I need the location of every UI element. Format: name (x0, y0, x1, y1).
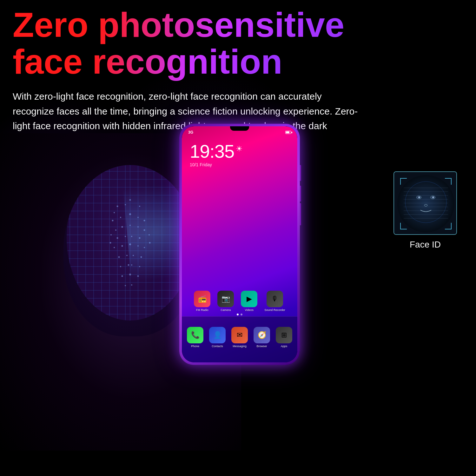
browser-label: Browser (256, 345, 267, 348)
messaging-icon: ✉ (231, 327, 248, 343)
battery-icon (285, 131, 291, 134)
svg-point-61 (129, 243, 131, 245)
face-area: 3G 19:35☀ 10/1 Fr (0, 133, 476, 476)
apps-label: Apps (281, 345, 288, 348)
time-value: 19:35 (190, 141, 234, 162)
svg-point-62 (137, 245, 139, 247)
page-dots (182, 314, 297, 315)
app-recorder[interactable]: 🎙 Sound Recorder (264, 291, 285, 312)
contacts-label: Contacts (212, 345, 223, 348)
phone-outer: 3G 19:35☀ 10/1 Fr (179, 124, 300, 365)
svg-point-41 (125, 204, 126, 205)
face-id-svg (394, 172, 457, 235)
svg-point-51 (122, 226, 123, 228)
title-line2: face recognition (13, 43, 463, 80)
face-id-container: Face ID (393, 171, 457, 250)
time-display: 19:35☀ (190, 142, 242, 161)
title-photosensitive: photosensitive (98, 5, 344, 44)
phone-screen: 3G 19:35☀ 10/1 Fr (182, 126, 297, 362)
apps-icon: ⊞ (276, 327, 292, 343)
app-icons-row1: 📻 FM Radio 📷 Camera ▶ Videos (182, 291, 297, 312)
page: Zero photosensitive face recognition Wit… (0, 0, 476, 476)
svg-point-80 (149, 242, 151, 244)
svg-point-57 (131, 236, 132, 237)
title-face: face (13, 42, 92, 81)
time-date: 10/1 Friday (190, 162, 242, 167)
volume-up-button[interactable] (300, 165, 301, 181)
dot-2 (241, 314, 242, 315)
videos-icon: ▶ (241, 291, 257, 307)
browser-icon: 🧭 (254, 327, 270, 343)
svg-point-67 (141, 256, 142, 258)
svg-point-68 (120, 266, 121, 267)
recorder-icon: 🎙 (267, 291, 283, 307)
svg-point-64 (118, 256, 120, 258)
phone-icon: 📞 (187, 327, 203, 343)
svg-point-75 (125, 285, 126, 286)
dot-1 (237, 314, 239, 315)
svg-point-58 (139, 237, 141, 239)
svg-point-47 (129, 213, 131, 215)
svg-point-65 (126, 255, 128, 256)
face-id-inner (394, 172, 456, 234)
camera-icon: 📷 (217, 291, 234, 307)
network-status: 3G (188, 130, 193, 135)
app-phone[interactable]: 📞 Phone (187, 327, 203, 348)
svg-point-70 (131, 264, 132, 266)
svg-point-42 (114, 212, 115, 213)
svg-point-43 (129, 199, 131, 201)
face-id-box (393, 171, 457, 235)
svg-point-69 (128, 264, 129, 266)
svg-point-71 (139, 266, 140, 267)
svg-point-66 (133, 255, 134, 256)
svg-point-60 (122, 245, 123, 247)
phone-inner: 3G 19:35☀ 10/1 Fr (182, 126, 297, 362)
svg-point-46 (120, 217, 121, 218)
svg-point-74 (137, 275, 139, 277)
svg-point-49 (144, 220, 145, 221)
svg-point-40 (117, 206, 118, 207)
svg-point-72 (122, 275, 123, 277)
svg-point-77 (110, 234, 112, 235)
power-button[interactable] (300, 203, 301, 225)
fm-radio-label: FM Radio (196, 308, 208, 312)
svg-point-48 (137, 217, 139, 218)
recorder-label: Sound Recorder (264, 308, 285, 312)
svg-point-76 (131, 284, 132, 286)
svg-point-82 (397, 175, 454, 232)
app-apps[interactable]: ⊞ Apps (276, 327, 292, 348)
svg-point-96 (432, 196, 434, 198)
app-browser[interactable]: 🧭 Browser (254, 327, 270, 348)
weather-icon: ☀ (236, 144, 242, 153)
main-title: Zero photosensitive face recognition (13, 6, 463, 80)
contacts-icon: 👤 (209, 327, 226, 343)
svg-point-54 (144, 229, 145, 231)
app-messaging[interactable]: ✉ Messaging (231, 327, 248, 348)
svg-point-50 (115, 229, 116, 231)
phone-mockup: 3G 19:35☀ 10/1 Fr (179, 124, 300, 365)
svg-point-78 (149, 234, 150, 235)
svg-point-52 (129, 225, 131, 226)
app-videos[interactable]: ▶ Videos (241, 291, 257, 312)
screen-time: 19:35☀ 10/1 Friday (190, 142, 242, 167)
svg-point-73 (129, 274, 131, 275)
volume-down-button[interactable] (300, 186, 301, 202)
camera-label: Camera (221, 308, 231, 312)
svg-point-55 (117, 237, 118, 239)
app-camera[interactable]: 📷 Camera (217, 291, 234, 312)
svg-point-56 (125, 236, 126, 237)
status-bar: 3G (188, 130, 291, 135)
svg-point-63 (144, 247, 145, 248)
svg-point-45 (112, 220, 114, 221)
messaging-label: Messaging (233, 345, 247, 348)
title-line1: Zero photosensitive (13, 6, 463, 43)
battery-fill (286, 131, 289, 133)
phone-label: Phone (191, 345, 199, 348)
face-grid (63, 165, 197, 336)
phone-notch (230, 126, 249, 131)
title-zero: Zero (13, 5, 98, 44)
title-recognition: recognition (92, 42, 282, 81)
app-contacts[interactable]: 👤 Contacts (209, 327, 226, 348)
app-fm-radio[interactable]: 📻 FM Radio (194, 291, 210, 312)
svg-point-53 (137, 226, 139, 228)
